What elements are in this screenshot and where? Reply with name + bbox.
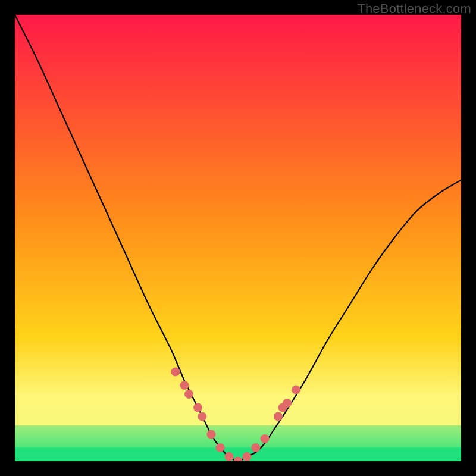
watermark-text: TheBottleneck.com <box>357 1 471 17</box>
bottleneck-chart <box>15 15 461 461</box>
highlight-dot <box>292 386 300 394</box>
highlight-dot <box>198 412 207 421</box>
yellow-highlight-band <box>15 394 461 426</box>
highlight-dot <box>283 399 292 408</box>
highlight-dot <box>207 430 216 439</box>
highlight-dot <box>193 403 202 412</box>
highlight-dot <box>180 381 189 390</box>
highlight-dot <box>252 443 261 452</box>
highlight-dot <box>184 390 193 399</box>
highlight-dot <box>274 412 283 421</box>
highlight-dot <box>261 434 270 443</box>
highlight-dot <box>225 452 234 461</box>
highlight-dot <box>171 368 180 377</box>
plot-area <box>15 15 461 461</box>
highlight-dot <box>243 452 252 461</box>
outer-frame: TheBottleneck.com <box>0 0 476 476</box>
highlight-dot <box>216 443 225 452</box>
